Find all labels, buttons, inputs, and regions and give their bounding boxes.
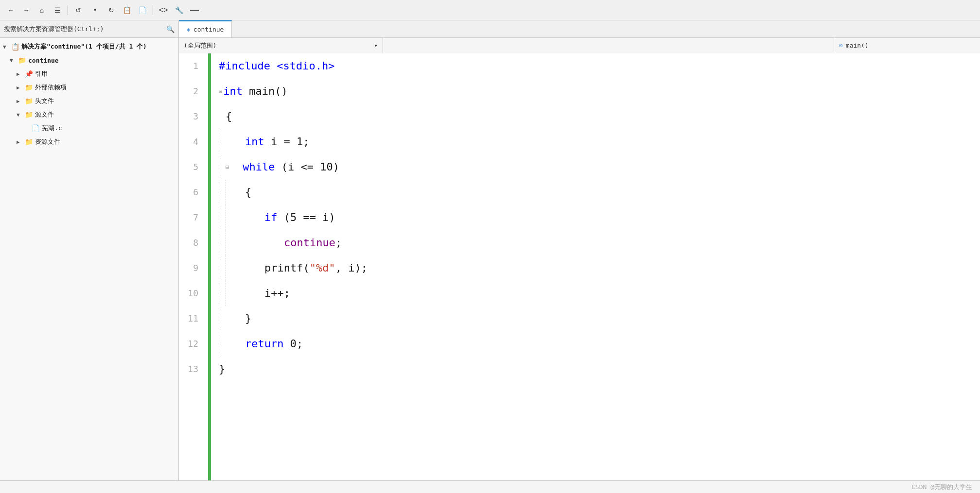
line-num-2: 2 — [179, 79, 203, 104]
if-cond: (5 == i) — [278, 205, 335, 230]
continue-semicolon: ; — [335, 230, 342, 255]
headers-label: 头文件 — [35, 97, 54, 105]
external-deps-arrow: ▶ — [17, 85, 23, 91]
scope-dropdown[interactable]: (全局范围) ▾ — [179, 38, 383, 53]
solution-arrow: ▼ — [3, 44, 10, 50]
forward-button[interactable]: → — [19, 3, 33, 17]
separator-1 — [68, 5, 68, 15]
search-icon[interactable]: 🔍 — [166, 25, 175, 33]
sidebar-item-external-deps[interactable]: ▶ 📁 外部依赖项 — [0, 81, 178, 94]
func-label: main() — [846, 42, 869, 49]
line-num-11: 11 — [179, 306, 203, 331]
project-icon: 📁 — [18, 56, 27, 64]
project-node[interactable]: ▼ 📁 continue — [0, 53, 178, 67]
line-num-4: 4 — [179, 129, 203, 154]
code-line-10: i++; — [219, 281, 980, 306]
resources-label: 资源文件 — [35, 137, 60, 146]
back-button[interactable]: ← — [4, 3, 18, 17]
code-content[interactable]: #include <stdio.h> ⊟ int main() { — [211, 53, 980, 480]
collapse-marker-main[interactable]: ⊟ — [219, 79, 222, 104]
printf-format: "%d" — [310, 255, 335, 281]
undo-button[interactable]: ↺ — [71, 3, 85, 17]
sources-label: 源文件 — [35, 110, 54, 119]
bottom-bar: CSDN @无聊的大学生 — [0, 480, 980, 493]
main-func: main() — [243, 79, 288, 104]
separator-2 — [153, 5, 153, 15]
external-deps-icon: 📁 — [25, 84, 34, 91]
kw-return: return — [245, 331, 283, 357]
sidebar-item-headers[interactable]: ▶ 📁 头文件 — [0, 94, 178, 108]
sidebar-item-references[interactable]: ▶ 📌 引用 — [0, 67, 178, 81]
references-label: 引用 — [35, 69, 48, 78]
sidebar-item-sources[interactable]: ▼ 📁 源文件 — [0, 108, 178, 121]
main-area: 搜索解决方案资源管理器(Ctrl+;) 🔍 ▼ 📋 解决方案"continue"… — [0, 20, 980, 480]
func-dropdown[interactable]: ⊙ main() — [834, 38, 980, 53]
sidebar-item-resources[interactable]: ▶ 📁 资源文件 — [0, 135, 178, 149]
sidebar-item-wuhu-c[interactable]: 📄 芜湖.c — [0, 121, 178, 135]
tab-label: continue — [193, 26, 224, 33]
line-num-1: 1 — [179, 53, 203, 79]
close-brace-while: } — [245, 306, 251, 331]
wuhu-c-label: 芜湖.c — [42, 124, 62, 133]
sidebar-tree: ▼ 📋 解决方案"continue"(1 个项目/共 1 个) ▼ 📁 cont… — [0, 38, 178, 480]
code-editor[interactable]: 1 2 3 4 5 6 7 8 9 10 11 12 13 #include — [179, 53, 980, 480]
code-button[interactable]: <> — [157, 3, 170, 17]
line-num-10: 10 — [179, 281, 203, 306]
tab-continue[interactable]: ◈ continue — [179, 20, 232, 37]
line-num-3: 3 — [179, 104, 203, 129]
code-line-2: ⊟ int main() — [219, 79, 980, 104]
paste-button[interactable]: 📄 — [136, 3, 149, 17]
include-directive: #include <stdio.h> — [219, 53, 334, 79]
kw-int-main: int — [223, 79, 243, 104]
undo-dropdown[interactable]: ▾ — [87, 3, 103, 17]
printf-args: , i); — [335, 255, 368, 281]
sources-icon: 📁 — [25, 111, 34, 119]
func-icon: ⊙ — [839, 42, 843, 49]
solution-label: 解决方案"continue"(1 个项目/共 1 个) — [21, 42, 147, 51]
wuhu-c-icon: 📄 — [32, 124, 40, 132]
code-line-7: if (5 == i) — [219, 205, 980, 230]
kw-if: if — [264, 205, 278, 230]
copy-button[interactable]: 📋 — [120, 3, 134, 17]
code-line-13: } — [219, 357, 980, 382]
close-brace-main: } — [219, 357, 225, 382]
redo-button[interactable]: ↻ — [105, 3, 118, 17]
code-line-6: { — [219, 180, 980, 205]
solution-node[interactable]: ▼ 📋 解决方案"continue"(1 个项目/共 1 个) — [0, 40, 178, 53]
sidebar: 搜索解决方案资源管理器(Ctrl+;) 🔍 ▼ 📋 解决方案"continue"… — [0, 20, 179, 480]
return-val: 0; — [283, 331, 303, 357]
code-line-3: { — [219, 104, 980, 129]
sidebar-search-bar: 搜索解决方案资源管理器(Ctrl+;) 🔍 — [0, 20, 178, 38]
code-line-8: continue ; — [219, 230, 980, 255]
resources-arrow: ▶ — [17, 139, 23, 145]
sidebar-search-label: 搜索解决方案资源管理器(Ctrl+;) — [4, 25, 163, 34]
editor-area: ◈ continue (全局范围) ▾ ⊙ main() 1 2 — [179, 20, 980, 480]
references-icon: 📌 — [25, 70, 34, 78]
line-numbers: 1 2 3 4 5 6 7 8 9 10 11 12 13 — [179, 53, 208, 480]
tab-bar: ◈ continue — [179, 20, 980, 38]
code-line-4: int i = 1; — [219, 129, 980, 154]
line-num-6: 6 — [179, 180, 203, 205]
editor-top-bar: (全局范围) ▾ ⊙ main() — [179, 38, 980, 53]
minimize-button[interactable]: — — [188, 3, 201, 17]
open-brace-while: { — [245, 180, 251, 205]
solution-icon: 📋 — [11, 43, 20, 51]
line-num-5: 5 — [179, 154, 203, 180]
home-button[interactable]: ⌂ — [35, 3, 49, 17]
collapse-marker-while[interactable]: ⊟ — [226, 154, 229, 180]
toolbar: ← → ⌂ ☰ ↺ ▾ ↻ 📋 📄 <> 🔧 — — [0, 0, 980, 20]
scope-dropdown-2[interactable] — [383, 38, 834, 53]
kw-continue: continue — [284, 230, 335, 255]
headers-icon: 📁 — [25, 97, 34, 105]
line-num-8: 8 — [179, 230, 203, 255]
code-line-9: printf( "%d" , i); — [219, 255, 980, 281]
open-brace-main: { — [226, 104, 232, 129]
code-line-11: } — [219, 306, 980, 331]
settings-button[interactable]: 🔧 — [172, 3, 186, 17]
code-line-5: ⊟ while (i <= 10) — [219, 154, 980, 180]
kw-while: while — [243, 154, 275, 180]
line-num-13: 13 — [179, 357, 203, 382]
int-i-assign: i = 1; — [264, 129, 310, 154]
code-line-1: #include <stdio.h> — [219, 53, 980, 79]
menu-button[interactable]: ☰ — [51, 3, 64, 17]
